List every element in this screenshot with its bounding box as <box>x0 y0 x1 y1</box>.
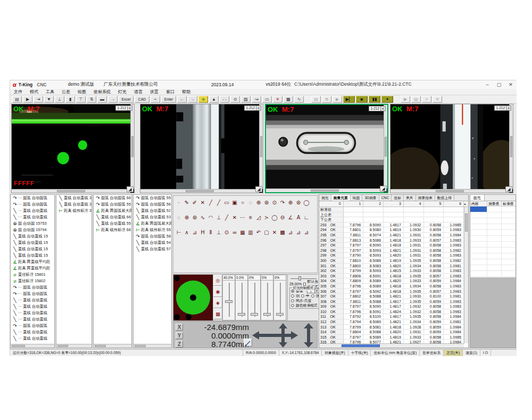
table-hscrollbar[interactable] <box>319 343 464 348</box>
list-item[interactable]: ↷ ··· 圆弧 自动圆弧 <box>11 201 54 208</box>
column-header[interactable]: 2 <box>363 201 384 207</box>
measure-tool-icon[interactable]: ◌ <box>247 199 254 207</box>
results-tab[interactable]: CNC <box>379 195 392 201</box>
light-slider[interactable]: 0% <box>273 275 286 320</box>
menu-item[interactable]: 窗口 <box>162 89 178 95</box>
camera-2-hscrollbar[interactable] <box>140 189 259 193</box>
camera-3-hscrollbar[interactable] <box>266 188 384 192</box>
table-row[interactable]: 310OK 7.8796 8.5091 1.4824 1.0932 0.8058… <box>319 309 464 315</box>
status-segment[interactable]: X,Y:-14.1761,108.6784 <box>279 350 322 356</box>
measure-tool-icon[interactable]: ≻ <box>263 214 270 221</box>
measure-tool-icon[interactable]: ⊛ <box>191 214 198 221</box>
measure-tool-icon[interactable]: ⊖ <box>279 214 286 221</box>
wmin[interactable]: – <box>481 81 493 88</box>
slider-thumb[interactable] <box>298 276 301 281</box>
measure-tool-icon[interactable]: ∧ <box>183 229 190 236</box>
column-header[interactable]: 1 <box>344 201 364 207</box>
measure-tool-icon[interactable]: H <box>199 229 206 236</box>
measure-tool-icon[interactable]: ∠ <box>287 214 294 221</box>
light-segment-icon[interactable]: ◎ <box>213 275 222 286</box>
table-vscrollbar[interactable] <box>464 207 468 343</box>
measure-tool-icon[interactable]: ✕ <box>231 214 238 221</box>
measure-tool-icon[interactable]: ⊕ <box>287 199 294 207</box>
list-item[interactable]: ↷ 圆弧 自动圆弧 56 <box>134 201 171 208</box>
toolbar-button[interactable]: ⊤ <box>76 96 86 103</box>
toolbar-button[interactable]: ◆ <box>198 96 208 103</box>
primitive-row[interactable] <box>470 207 516 212</box>
fit-view-icon[interactable]: ◢ <box>380 186 387 192</box>
measure-tool-icon[interactable]: ⊙ <box>223 229 230 236</box>
measure-tool-icon[interactable]: ◠ <box>207 214 214 221</box>
table-row[interactable]: 295OK 7.8811 8.5074 1.4821 1.0931 0.8058… <box>319 233 464 238</box>
table-row[interactable]: 293OK 7.8796 8.5090 1.4817 1.0932 0.8058… <box>319 223 464 228</box>
list-item[interactable]: ⊕ 圆 自动圆 15794 <box>11 227 54 233</box>
list-1-hscrollbar[interactable] <box>11 344 54 348</box>
column-header[interactable]: 内容 <box>470 201 487 206</box>
list-item[interactable]: ╲ 直线 自动直线 54 <box>134 240 171 246</box>
results-tab[interactable]: 测量元素 <box>331 195 351 201</box>
toolbar-button[interactable]: ▤ <box>12 96 22 103</box>
list-item[interactable]: ╲ 直线 自动直线 36 <box>56 195 92 201</box>
primitive-row[interactable] <box>470 271 516 277</box>
list-item[interactable]: ⊢ 距离 线性标注 66 <box>94 227 131 233</box>
camera-view-3-selected[interactable]: OK M:7 1-212 ▾ ◢ <box>265 104 388 193</box>
magnification-dropdown[interactable]: 1-212 ▾ <box>369 106 386 111</box>
list-item[interactable]: ⌀ 直径标注 15801 <box>11 271 54 278</box>
table-row[interactable]: 300OK 7.8810 8.5086 1.4819 1.0935 0.8058… <box>319 258 464 263</box>
slider-thumb[interactable] <box>225 300 232 303</box>
list-item[interactable]: ∡ 距离 两直线平均距 <box>11 259 54 265</box>
camera-3-vscrollbar[interactable] <box>384 105 387 188</box>
column-header[interactable]: 0 <box>319 201 344 207</box>
preset-weak-radio[interactable] <box>291 294 294 298</box>
table-row[interactable]: 294OK 7.8801 8.5080 1.4819 1.0930 0.8059… <box>319 227 464 233</box>
list-4-hscrollbar[interactable] <box>134 344 171 348</box>
spec-row[interactable]: 标准值 <box>319 207 464 212</box>
measure-tool-icon[interactable]: ⊿ <box>191 229 198 236</box>
slider-track[interactable] <box>280 283 281 317</box>
primitive-row[interactable] <box>470 259 516 265</box>
toolbar-button[interactable]: ↝ <box>252 96 261 103</box>
menu-item[interactable]: 语言 <box>130 89 146 95</box>
slider-thumb[interactable] <box>238 313 245 316</box>
table-row[interactable]: 306OK 7.8797 8.5092 1.4818 1.0935 0.8057… <box>319 289 464 294</box>
toolbar-button[interactable]: ▼ <box>44 96 54 103</box>
list-item[interactable]: ↷ 圆弧 自动圆弧 55 <box>134 195 171 201</box>
column-header[interactable]: 4 <box>404 201 424 207</box>
slider-thumb[interactable] <box>276 313 284 316</box>
mode-overall-radio[interactable] <box>291 290 294 293</box>
measure-tool-icon[interactable]: ╱ <box>207 199 214 207</box>
measure-tool-icon[interactable]: ○ <box>239 199 246 207</box>
table-row[interactable]: 313OK 7.8799 8.5081 1.4818 1.0928 0.8059… <box>319 325 464 330</box>
table-row[interactable]: 296OK 7.8813 8.5086 1.4818 1.0933 0.8057… <box>319 238 464 243</box>
results-tab[interactable]: 测量报表 <box>416 195 435 201</box>
default-mode-checkbox[interactable] <box>303 283 306 286</box>
list-item[interactable]: ╲ ··· 直线 自动直线 <box>11 335 54 342</box>
measure-tool-icon[interactable]: ∿ <box>199 214 206 221</box>
spec-row[interactable]: 上公差 <box>319 212 464 218</box>
measure-tool-icon[interactable]: ▣ <box>231 199 238 207</box>
light-segment-icon[interactable]: ◉ <box>213 286 222 297</box>
list-item[interactable]: ╲ 直线 自动直线 15 <box>11 240 54 246</box>
measure-tool-icon[interactable]: ⊿ <box>287 229 294 236</box>
measure-tool-icon[interactable]: ◌ <box>175 214 182 221</box>
spec-row[interactable]: 下公差 <box>319 217 464 223</box>
fit-view-icon[interactable]: ◢ <box>505 186 512 192</box>
slider-track[interactable] <box>267 283 268 317</box>
scroll-up-icon[interactable]: ▴ <box>464 201 468 207</box>
slider-track[interactable] <box>254 283 255 317</box>
measure-tool-icon[interactable]: ◯ <box>271 214 278 221</box>
list-item[interactable]: ↷ ··· 圆弧 自动圆弧 <box>11 284 54 291</box>
selected-cell[interactable] <box>470 207 487 212</box>
toolbar-button[interactable]: → <box>108 96 118 103</box>
status-segment[interactable]: 正交(关) <box>444 350 463 356</box>
table-row[interactable]: 302OK 7.8799 8.5093 1.4815 1.0933 0.8058… <box>319 268 464 274</box>
camera-view-4[interactable]: OK M:7 1-212 ▾ ◢ <box>390 104 513 193</box>
measure-tool-icon[interactable]: ∟ <box>303 214 310 221</box>
list-item[interactable]: ╲ 直线 自动直线 66 <box>94 214 131 220</box>
measure-tool-icon[interactable]: ⊙ <box>271 199 278 207</box>
status-segment[interactable]: 十字线(关) <box>348 350 371 356</box>
toolbar-button[interactable]: ← <box>177 96 187 103</box>
toolbar-button[interactable]: ■ <box>356 96 368 103</box>
results-tab[interactable]: 数据上传 <box>435 195 454 201</box>
table-row[interactable]: 303OK 7.8806 8.5091 1.4818 1.0935 0.8057… <box>319 274 464 279</box>
